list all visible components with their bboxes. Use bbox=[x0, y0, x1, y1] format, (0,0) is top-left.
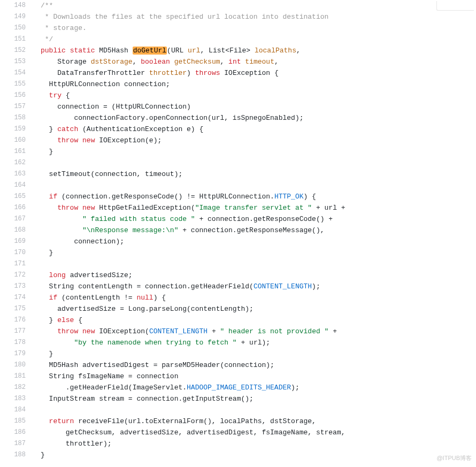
code-content[interactable]: return receiveFile(url.toExternalForm(),… bbox=[31, 416, 476, 427]
code-line: 154 DataTransferThrottler throttler) thr… bbox=[0, 67, 476, 79]
code-content[interactable]: String contentLength = connection.getHea… bbox=[31, 281, 476, 292]
code-line: 159 } catch (AuthenticationException e) … bbox=[0, 124, 476, 135]
line-number: 185 bbox=[0, 416, 31, 427]
line-number: 181 bbox=[0, 371, 31, 382]
code-content[interactable]: public static MD5Hash doGetUrl(URL url, … bbox=[31, 45, 476, 56]
code-line: 186 getChecksum, advertisedSize, adverti… bbox=[0, 427, 476, 438]
code-content[interactable]: connection = (HttpURLConnection) bbox=[31, 101, 476, 112]
line-number: 183 bbox=[0, 393, 31, 404]
code-line: 148/** bbox=[0, 0, 476, 11]
code-content[interactable]: setTimeout(connection, timeout); bbox=[31, 169, 476, 180]
code-line: 178 "by the namenode when trying to fetc… bbox=[0, 337, 476, 348]
line-number: 188 bbox=[0, 449, 31, 461]
line-number: 182 bbox=[0, 382, 31, 393]
code-content[interactable]: HttpURLConnection connection; bbox=[31, 79, 476, 90]
line-number: 163 bbox=[0, 169, 31, 180]
code-content[interactable]: } bbox=[31, 247, 476, 258]
code-content[interactable]: long advertisedSize; bbox=[31, 270, 476, 281]
line-number: 187 bbox=[0, 438, 31, 449]
code-content[interactable]: } bbox=[31, 348, 476, 359]
line-number: 156 bbox=[0, 90, 31, 101]
code-content[interactable]: throw new HttpGetFailedException("Image … bbox=[31, 202, 476, 213]
code-content[interactable] bbox=[31, 404, 476, 416]
code-content[interactable]: } bbox=[31, 449, 476, 461]
code-content[interactable]: * Downloads the files at the specified u… bbox=[31, 11, 476, 22]
code-line: 173 String contentLength = connection.ge… bbox=[0, 281, 476, 292]
code-content[interactable]: "by the namenode when trying to fetch " … bbox=[31, 337, 476, 348]
code-content[interactable] bbox=[31, 157, 476, 169]
code-line: 153 Storage dstStorage, boolean getCheck… bbox=[0, 56, 476, 67]
code-line: 171 bbox=[0, 258, 476, 270]
code-line: 163 setTimeout(connection, timeout); bbox=[0, 169, 476, 180]
line-number: 161 bbox=[0, 146, 31, 157]
code-content[interactable] bbox=[31, 180, 476, 191]
line-number: 159 bbox=[0, 124, 31, 135]
code-line: 166 throw new HttpGetFailedException("Im… bbox=[0, 202, 476, 213]
code-content[interactable]: connection); bbox=[31, 236, 476, 247]
line-number: 170 bbox=[0, 247, 31, 258]
code-content[interactable]: try { bbox=[31, 90, 476, 101]
code-content[interactable]: MD5Hash advertisedDigest = parseMD5Heade… bbox=[31, 359, 476, 371]
code-table: 148/**149 * Downloads the files at the s… bbox=[0, 0, 476, 461]
code-line: 188} bbox=[0, 449, 476, 461]
code-line: 179 } bbox=[0, 348, 476, 359]
line-number: 148 bbox=[0, 0, 31, 11]
line-number: 184 bbox=[0, 404, 31, 416]
code-content[interactable]: if (connection.getResponseCode() != Http… bbox=[31, 191, 476, 202]
code-content[interactable]: * storage. bbox=[31, 22, 476, 34]
code-content[interactable]: Storage dstStorage, boolean getChecksum,… bbox=[31, 56, 476, 67]
code-content[interactable]: if (contentLength != null) { bbox=[31, 292, 476, 303]
code-line: 174 if (contentLength != null) { bbox=[0, 292, 476, 303]
code-content[interactable]: throttler); bbox=[31, 438, 476, 449]
line-number: 172 bbox=[0, 270, 31, 281]
code-line: 170 } bbox=[0, 247, 476, 258]
code-content[interactable]: throw new IOException(CONTENT_LENGTH + "… bbox=[31, 326, 476, 337]
line-number: 180 bbox=[0, 359, 31, 371]
code-line: 162 bbox=[0, 157, 476, 169]
code-line: 177 throw new IOException(CONTENT_LENGTH… bbox=[0, 326, 476, 337]
code-content[interactable]: InputStream stream = connection.getInput… bbox=[31, 393, 476, 404]
code-content[interactable]: throw new IOException(e); bbox=[31, 135, 476, 146]
line-number: 175 bbox=[0, 303, 31, 315]
line-number: 157 bbox=[0, 101, 31, 112]
line-number: 186 bbox=[0, 427, 31, 438]
code-content[interactable]: connectionFactory.openConnection(url, is… bbox=[31, 112, 476, 124]
line-number: 150 bbox=[0, 22, 31, 34]
line-number: 153 bbox=[0, 56, 31, 67]
code-line: 172 long advertisedSize; bbox=[0, 270, 476, 281]
line-number: 176 bbox=[0, 315, 31, 326]
code-content[interactable]: } catch (AuthenticationException e) { bbox=[31, 124, 476, 135]
code-content[interactable] bbox=[31, 258, 476, 270]
code-line: 180 MD5Hash advertisedDigest = parseMD5H… bbox=[0, 359, 476, 371]
code-content[interactable]: String fsImageName = connection bbox=[31, 371, 476, 382]
line-number: 158 bbox=[0, 112, 31, 124]
code-line: 160 throw new IOException(e); bbox=[0, 135, 476, 146]
line-number: 165 bbox=[0, 191, 31, 202]
code-viewer: 148/**149 * Downloads the files at the s… bbox=[0, 0, 476, 467]
code-line: 176 } else { bbox=[0, 315, 476, 326]
code-content[interactable]: */ bbox=[31, 34, 476, 45]
code-line: 185 return receiveFile(url.toExternalFor… bbox=[0, 416, 476, 427]
code-content[interactable]: advertisedSize = Long.parseLong(contentL… bbox=[31, 303, 476, 315]
code-content[interactable]: .getHeaderField(ImageServlet.HADOOP_IMAG… bbox=[31, 382, 476, 393]
line-number: 162 bbox=[0, 157, 31, 169]
code-content[interactable]: /** bbox=[31, 0, 476, 11]
code-content[interactable]: } else { bbox=[31, 315, 476, 326]
code-line: 181 String fsImageName = connection bbox=[0, 371, 476, 382]
code-content[interactable]: "\nResponse message:\n" + connection.get… bbox=[31, 225, 476, 236]
code-content[interactable]: } bbox=[31, 146, 476, 157]
code-line: 182 .getHeaderField(ImageServlet.HADOOP_… bbox=[0, 382, 476, 393]
code-line: 165 if (connection.getResponseCode() != … bbox=[0, 191, 476, 202]
code-line: 184 bbox=[0, 404, 476, 416]
line-number: 179 bbox=[0, 348, 31, 359]
line-number: 164 bbox=[0, 180, 31, 191]
code-line: 156 try { bbox=[0, 90, 476, 101]
line-number: 177 bbox=[0, 326, 31, 337]
code-line: 175 advertisedSize = Long.parseLong(cont… bbox=[0, 303, 476, 315]
code-line: 149 * Downloads the files at the specifi… bbox=[0, 11, 476, 22]
line-number: 155 bbox=[0, 79, 31, 90]
code-content[interactable]: getChecksum, advertisedSize, advertisedD… bbox=[31, 427, 476, 438]
code-line: 158 connectionFactory.openConnection(url… bbox=[0, 112, 476, 124]
code-content[interactable]: " failed with status code " + connection… bbox=[31, 213, 476, 225]
code-content[interactable]: DataTransferThrottler throttler) throws … bbox=[31, 67, 476, 79]
